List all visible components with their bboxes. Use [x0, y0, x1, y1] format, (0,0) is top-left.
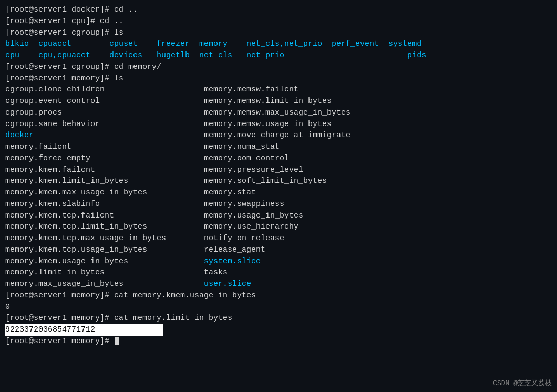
terminal-line: memory.kmem.limit_in_bytes memory.soft_l… [5, 176, 552, 187]
terminal-line: [root@server1 docker]# cd .. [5, 4, 552, 16]
terminal-line: memory.kmem.tcp.failcnt memory.usage_in_… [5, 210, 552, 222]
terminal-line: [root@server1 memory]# cat memory.kmem.u… [5, 290, 552, 302]
watermark: CSDN @芝芝又荔枝 [493, 378, 552, 388]
terminal-line: [root@server1 cgroup]# cd memory/ [5, 61, 552, 73]
terminal-line: 9223372036854771712 [5, 324, 552, 336]
terminal-line: memory.kmem.tcp.max_usage_in_bytes notif… [5, 233, 552, 244]
terminal-line: cgroup.event_control memory.memsw.limit_… [5, 96, 552, 107]
terminal-line: cgroup.sane_behavior memory.memsw.usage_… [5, 119, 552, 130]
terminal-line: [root@server1 cpu]# cd .. [5, 16, 552, 27]
terminal: [root@server1 docker]# cd ..[root@server… [0, 0, 557, 392]
terminal-line: cgroup.clone_children memory.memsw.failc… [5, 84, 552, 96]
terminal-line: 0 [5, 302, 552, 313]
terminal-line: [root@server1 memory]# ls [5, 73, 552, 85]
terminal-line: memory.kmem.slabinfo memory.swappiness [5, 199, 552, 210]
terminal-line: cpu cpu,cpuacct devices hugetlb net_cls … [5, 50, 552, 61]
terminal-line: docker memory.move_charge_at_immigrate [5, 130, 552, 141]
terminal-line: [root@server1 cgroup]# ls [5, 27, 552, 39]
cursor [115, 337, 119, 345]
terminal-line: [root@server1 memory]# [5, 336, 552, 347]
terminal-line: blkio cpuacct cpuset freezer memory net_… [5, 38, 552, 50]
terminal-line: memory.limit_in_bytes tasks [5, 267, 552, 278]
terminal-line: memory.kmem.usage_in_bytes system.slice [5, 256, 552, 267]
terminal-line: memory.failcnt memory.numa_stat [5, 141, 552, 153]
terminal-line: memory.kmem.failcnt memory.pressure_leve… [5, 164, 552, 176]
terminal-line: memory.kmem.max_usage_in_bytes memory.st… [5, 187, 552, 199]
terminal-line: memory.force_empty memory.oom_control [5, 153, 552, 164]
terminal-line: memory.kmem.tcp.usage_in_bytes release_a… [5, 244, 552, 256]
terminal-line: memory.kmem.tcp.limit_in_bytes memory.us… [5, 221, 552, 233]
terminal-line: cgroup.procs memory.memsw.max_usage_in_b… [5, 107, 552, 119]
terminal-line: memory.max_usage_in_bytes user.slice [5, 278, 552, 290]
terminal-line: [root@server1 memory]# cat memory.limit_… [5, 313, 552, 324]
